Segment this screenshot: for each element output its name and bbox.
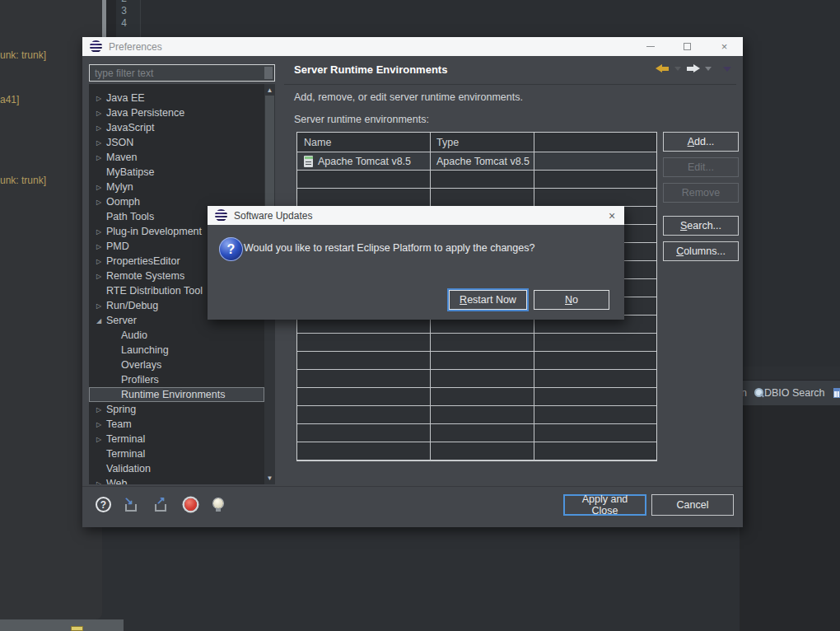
table-empty-row[interactable]	[297, 352, 656, 370]
tree-item-label: Web	[106, 478, 127, 484]
column-header-name[interactable]: Name	[297, 137, 430, 148]
tree-item-label: Plug-in Development	[106, 226, 202, 237]
pane-separator	[284, 84, 736, 85]
add-button[interactable]: Add...	[663, 132, 739, 152]
tree-item[interactable]: Validation	[89, 461, 264, 476]
tree-item-label: Audio	[121, 330, 147, 341]
close-icon[interactable]: ×	[600, 206, 624, 225]
table-view-icon[interactable]	[833, 388, 840, 398]
export-icon[interactable]: ↗	[152, 498, 170, 512]
table-empty-row[interactable]	[297, 406, 656, 424]
preferences-titlebar[interactable]: Preferences ×	[82, 37, 743, 56]
tree-expand-icon[interactable]	[93, 228, 105, 236]
tree-expand-icon[interactable]	[93, 139, 105, 147]
tree-item[interactable]: Runtime Environments	[89, 387, 264, 402]
tree-item-label: Validation	[106, 463, 151, 474]
remove-button[interactable]: Remove	[663, 183, 739, 203]
tree-item[interactable]: Profilers	[89, 372, 264, 387]
close-button[interactable]: ×	[706, 37, 743, 56]
tree-item[interactable]: Spring	[89, 402, 264, 417]
tree-item[interactable]: Web	[89, 476, 264, 484]
filter-input[interactable]	[89, 64, 275, 82]
tree-expand-icon[interactable]	[93, 302, 105, 310]
table-empty-row[interactable]	[297, 424, 656, 442]
tree-item[interactable]: Mylyn	[89, 180, 264, 194]
tree-item-label: Server	[106, 315, 137, 326]
tree-item-label: Terminal	[106, 433, 145, 445]
tree-expand-icon[interactable]	[93, 124, 105, 132]
tree-item[interactable]: JavaScript	[89, 120, 264, 135]
page-title: Server Runtime Environments	[294, 63, 447, 76]
tab-dbio-search[interactable]: DBIO Search	[764, 387, 825, 399]
tree-item[interactable]: Terminal	[89, 446, 264, 461]
table-side-buttons: Add...Edit...RemoveSearch...Columns...	[663, 132, 739, 267]
help-icon[interactable]: ?	[96, 497, 111, 512]
history-nav	[656, 64, 731, 73]
tree-item[interactable]: Overlays	[89, 358, 264, 372]
apply-and-close-button[interactable]: Apply and Close	[563, 494, 646, 516]
tree-item[interactable]: JSON	[89, 135, 264, 150]
cancel-button[interactable]: Cancel	[651, 494, 734, 516]
project-label: unk: trunk]	[0, 49, 46, 61]
tree-item[interactable]: Team	[89, 417, 264, 432]
project-label: a41]	[0, 94, 19, 105]
search-button[interactable]: Search...	[663, 216, 739, 236]
tree-expand-icon[interactable]	[93, 184, 105, 191]
line-number: 3	[102, 5, 135, 17]
tree-expand-icon[interactable]	[93, 95, 105, 102]
scroll-down-icon[interactable]: ▼	[264, 473, 275, 484]
table-empty-row[interactable]	[297, 171, 656, 189]
columns-button[interactable]: Columns...	[663, 241, 739, 261]
tree-item[interactable]: Launching	[89, 343, 264, 358]
tree-item-label: Java EE	[106, 92, 145, 104]
forward-dropdown-icon[interactable]	[705, 67, 712, 71]
minimize-button[interactable]	[632, 37, 669, 56]
tree-expand-icon[interactable]	[93, 110, 105, 117]
tree-expand-icon[interactable]	[93, 406, 105, 414]
question-icon: ?	[219, 237, 243, 261]
tree-expand-icon[interactable]	[93, 199, 105, 206]
tree-item[interactable]: Maven	[89, 150, 264, 165]
record-icon[interactable]	[184, 498, 197, 511]
software-updates-dialog: Software Updates × ? Would you like to r…	[208, 206, 624, 320]
no-button[interactable]: No	[534, 290, 609, 310]
tree-item-label: JSON	[106, 137, 133, 148]
tree-expand-icon[interactable]	[93, 243, 105, 250]
back-arrow-icon[interactable]	[656, 64, 670, 73]
restart-now-button[interactable]: Restart Now	[449, 290, 527, 310]
column-header-type[interactable]: Type	[430, 137, 534, 148]
tree-expand-icon[interactable]	[93, 317, 105, 325]
tree-expand-icon[interactable]	[93, 154, 105, 161]
tree-expand-icon[interactable]	[93, 273, 105, 280]
server-icon	[304, 156, 313, 167]
status-bar	[0, 619, 124, 631]
forward-arrow-icon[interactable]	[686, 64, 700, 73]
tree-item[interactable]: MyBatipse	[89, 165, 264, 180]
lightbulb-icon[interactable]	[212, 498, 224, 512]
back-dropdown-icon[interactable]	[674, 67, 681, 71]
table-empty-row[interactable]	[297, 370, 656, 388]
view-menu-icon[interactable]	[723, 67, 731, 72]
dialog-title: Software Updates	[234, 210, 312, 222]
table-empty-row[interactable]	[297, 189, 656, 207]
tree-expand-icon[interactable]	[93, 421, 105, 428]
tree-expand-icon[interactable]	[93, 258, 105, 265]
table-empty-row[interactable]	[297, 334, 656, 352]
tree-expand-icon[interactable]	[93, 436, 105, 443]
dialog-titlebar[interactable]: Software Updates	[208, 206, 624, 225]
import-icon[interactable]: ↘	[123, 498, 141, 512]
tree-item[interactable]: Java EE	[89, 91, 264, 105]
scroll-up-icon[interactable]: ▲	[264, 85, 275, 96]
tree-item[interactable]: Audio	[89, 328, 264, 343]
table-row[interactable]: Apache Tomcat v8.5 Apache Tomcat v8.5	[297, 152, 656, 171]
tree-expand-icon[interactable]	[93, 480, 105, 485]
maximize-button[interactable]	[669, 37, 706, 56]
table-header-row[interactable]: Name Type	[297, 133, 656, 152]
tree-item-label: Profilers	[121, 374, 159, 386]
tree-item[interactable]: Terminal	[89, 432, 264, 446]
edit-button[interactable]: Edit...	[663, 157, 739, 177]
page-description: Add, remove, or edit server runtime envi…	[294, 91, 523, 103]
tree-item[interactable]: Java Persistence	[89, 105, 264, 120]
table-empty-row[interactable]	[297, 388, 656, 406]
table-empty-row[interactable]	[297, 442, 656, 460]
